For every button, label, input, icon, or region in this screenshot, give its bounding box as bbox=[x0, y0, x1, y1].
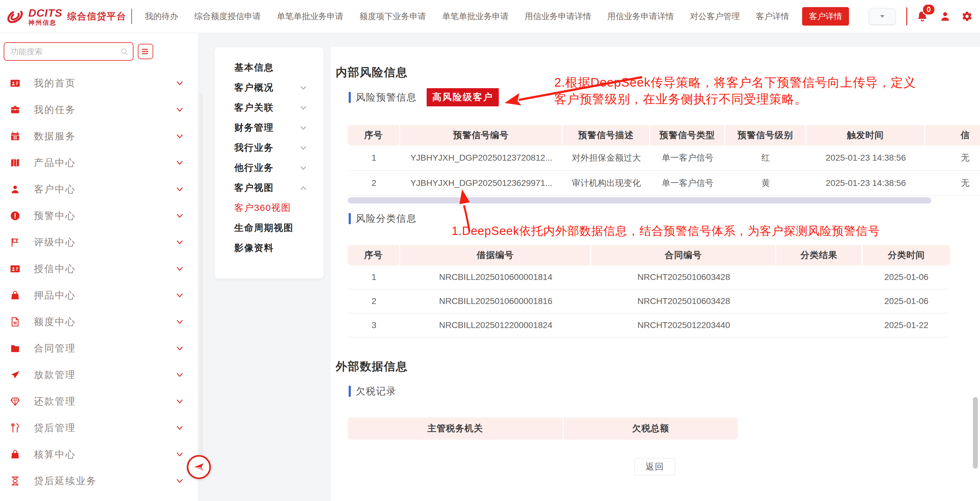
risk-class-title: 风险分类信息 bbox=[356, 212, 417, 225]
cell: 2 bbox=[348, 171, 400, 196]
chevron-up-icon bbox=[300, 184, 307, 192]
sidebar-item[interactable]: 评级中心 bbox=[0, 229, 198, 256]
submenu-item[interactable]: 客户360视图 bbox=[215, 198, 324, 218]
tabs-dropdown-button[interactable] bbox=[869, 8, 896, 25]
chevron-down-icon bbox=[300, 144, 307, 152]
sidebar: 我的首页 我的任务 数据服务 产品中心 客户中心 bbox=[0, 33, 198, 501]
nav-tabs: 我的待办综合额度授信申请单笔单批业务申请额度项下业务申请单笔单批业务申请用信业务… bbox=[145, 11, 789, 22]
table-row[interactable]: 1 YJBHYJXH_DGP20250123720812... 对外担保金额过大… bbox=[348, 146, 980, 171]
cell bbox=[776, 313, 862, 337]
submenu-item[interactable]: 客户视图 bbox=[215, 178, 324, 198]
sidebar-item[interactable]: 授信中心 bbox=[0, 256, 198, 282]
flag-icon bbox=[10, 237, 20, 248]
sidebar-item[interactable]: 合同管理 bbox=[0, 335, 198, 362]
cell: NRCBILL2025012200001824 bbox=[400, 313, 591, 337]
cell: 无 bbox=[925, 171, 980, 196]
sidebar-item[interactable]: 预警中心 bbox=[0, 202, 198, 229]
chevron-down-icon bbox=[176, 238, 184, 247]
submenu-item[interactable]: 客户关联 bbox=[215, 98, 324, 118]
cell: YJBHYJXH_DGP20250123629971... bbox=[400, 171, 563, 196]
bag-icon bbox=[10, 290, 20, 301]
chevron-down-icon bbox=[300, 164, 307, 172]
sidebar-item[interactable]: 放款管理 bbox=[0, 362, 198, 388]
sidebar-collapse-button[interactable] bbox=[187, 455, 211, 479]
table-row[interactable]: 2 NRCBILL2025010600001816 NRCHT202501060… bbox=[348, 289, 950, 313]
nav-tab[interactable]: 额度项下业务申请 bbox=[360, 11, 426, 22]
submenu-item[interactable]: 我行业务 bbox=[215, 138, 324, 158]
nav-tab[interactable]: 用信业务申请详情 bbox=[607, 11, 674, 22]
menu-collapse-button[interactable] bbox=[138, 44, 153, 59]
sidebar-item[interactable]: 数据服务 bbox=[0, 123, 198, 150]
chevron-down-icon bbox=[176, 398, 184, 406]
nav-tab[interactable]: 用信业务申请详情 bbox=[525, 11, 591, 22]
risk-warning-section-header: 风险预警信息 高风险级客户 bbox=[348, 88, 499, 107]
nav-tab[interactable]: 单笔单批业务申请 bbox=[442, 11, 509, 22]
back-button[interactable]: 返回 bbox=[635, 458, 675, 476]
table-header-row: 序号 预警信号编号 预警信号描述 预警信号类型 预警信号级别 触发时间 信 bbox=[348, 125, 980, 146]
cell: 2025-01-22 bbox=[862, 313, 950, 337]
submenu-item[interactable]: 基本信息 bbox=[215, 58, 324, 78]
chevron-down-icon bbox=[176, 212, 184, 220]
cell bbox=[776, 266, 862, 289]
table-row[interactable]: 3 NRCBILL2025012200001824 NRCHT202501220… bbox=[348, 313, 950, 337]
table-header-row: 主管税务机关 欠税总额 bbox=[348, 417, 738, 440]
user-icon[interactable] bbox=[939, 11, 951, 22]
nav-tab[interactable]: 单笔单批业务申请 bbox=[277, 11, 344, 22]
annotation-1: 1.DeepSeek依托内外部数据信息，结合预警信号体系，为客户探测风险预警信号 bbox=[452, 223, 880, 239]
sidebar-scrollbar[interactable] bbox=[199, 92, 203, 456]
horizontal-scrollbar[interactable] bbox=[348, 197, 931, 204]
sidebar-menu: 我的首页 我的任务 数据服务 产品中心 客户中心 bbox=[0, 70, 198, 494]
chevron-down-icon bbox=[176, 318, 184, 326]
calendar-icon bbox=[10, 131, 20, 142]
sidebar-item[interactable]: 还款管理 bbox=[0, 388, 198, 415]
search-input[interactable] bbox=[4, 43, 133, 60]
chevron-down-icon bbox=[176, 265, 184, 273]
sidebar-item[interactable]: 贷后管理 bbox=[0, 415, 198, 441]
internal-risk-title: 内部风险信息 bbox=[336, 65, 408, 80]
column-header: 预警信号级别 bbox=[725, 125, 807, 146]
notifications-button[interactable]: 0 bbox=[916, 10, 929, 23]
plane-icon bbox=[10, 370, 20, 380]
nav-tab[interactable]: 综合额度授信申请 bbox=[194, 11, 261, 22]
section-bar bbox=[348, 386, 351, 397]
gear-icon[interactable] bbox=[961, 11, 973, 22]
sidebar-item[interactable]: 贷后延续业务 bbox=[0, 468, 198, 494]
sidebar-item[interactable]: 我的首页 bbox=[0, 70, 198, 97]
page-vertical-scrollbar[interactable] bbox=[973, 397, 978, 469]
submenu-item[interactable]: 生命周期视图 bbox=[215, 218, 324, 238]
app-title: 综合信贷平台 bbox=[67, 10, 126, 23]
sidebar-item[interactable]: 客户中心 bbox=[0, 176, 198, 202]
risk-warning-title: 风险预警信息 bbox=[356, 91, 417, 104]
column-header: 序号 bbox=[348, 125, 400, 146]
hourglass-icon bbox=[10, 476, 20, 486]
risk-warning-table: 序号 预警信号编号 预警信号描述 预警信号类型 预警信号级别 触发时间 信 1 … bbox=[348, 125, 980, 196]
sidebar-item[interactable]: 核算中心 bbox=[0, 441, 198, 468]
nav-tab[interactable]: 客户详情 bbox=[756, 11, 789, 22]
nav-divider bbox=[131, 9, 132, 24]
sidebar-item[interactable]: 我的任务 bbox=[0, 97, 198, 123]
chevron-down-icon bbox=[300, 104, 307, 111]
high-risk-badge: 高风险级客户 bbox=[426, 88, 499, 107]
chevron-down-icon bbox=[176, 477, 184, 485]
submenu-item[interactable]: 财务管理 bbox=[215, 118, 324, 138]
submenu-item[interactable]: 影像资料 bbox=[215, 238, 324, 258]
chevron-down-icon bbox=[176, 371, 184, 379]
chevron-down-icon bbox=[176, 185, 184, 193]
submenu-item[interactable]: 客户概况 bbox=[215, 78, 324, 98]
top-navbar: DCITS 神州信息 综合信贷平台 我的待办综合额度授信申请单笔单批业务申请额度… bbox=[0, 0, 980, 33]
nav-tab[interactable]: 对公客户管理 bbox=[690, 11, 740, 22]
sidebar-item[interactable]: 产品中心 bbox=[0, 150, 198, 176]
table-row[interactable]: 1 NRCBILL2025010600001814 NRCHT202501060… bbox=[348, 266, 950, 289]
cell: 黄 bbox=[725, 171, 807, 196]
active-tab-button[interactable]: 客户详情 bbox=[802, 7, 849, 25]
sidebar-item[interactable]: W 额度中心 bbox=[0, 309, 198, 335]
table-row[interactable]: 2 YJBHYJXH_DGP20250123629971... 审计机构出现变化… bbox=[348, 171, 980, 196]
chevron-down-icon bbox=[176, 79, 184, 87]
sidebar-item[interactable]: 押品中心 bbox=[0, 282, 198, 309]
cell: NRCHT2025010603428 bbox=[591, 266, 776, 289]
risk-class-table: 序号 借据编号 合同编号 分类结果 分类时间 1 NRCBILL20250106… bbox=[348, 245, 950, 337]
submenu-item[interactable]: 他行业务 bbox=[215, 158, 324, 178]
search-box bbox=[4, 42, 134, 61]
nav-tab[interactable]: 我的待办 bbox=[145, 11, 178, 22]
chevron-down-icon bbox=[176, 424, 184, 432]
